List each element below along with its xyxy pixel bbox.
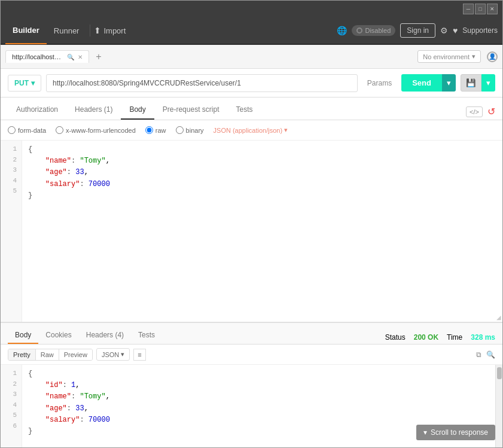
scroll-arrow-icon: ▾ — [423, 428, 427, 437]
sign-in-button[interactable]: Sign in — [400, 23, 435, 38]
disabled-badge: Disabled — [352, 25, 395, 36]
time-label: Time — [447, 333, 462, 342]
view-mode-group: Pretty Raw Preview — [8, 349, 93, 361]
send-group: Send ▾ — [401, 74, 456, 92]
params-button[interactable]: Params — [362, 75, 397, 91]
tab-tests[interactable]: Tests — [227, 100, 261, 120]
raw-label: raw — [156, 127, 166, 134]
line-num-5: 5 — [5, 186, 17, 197]
resp-line-num-1: 1 — [5, 368, 17, 379]
save-button[interactable]: 💾 — [461, 74, 481, 92]
editor-content[interactable]: 1 2 3 4 5 { "name": "Tomy", "age": 33, "… — [1, 141, 502, 322]
resp-line-num-6: 6 — [5, 421, 17, 432]
request-bar: PUT ▾ Params Send ▾ 💾 ▾ — [1, 69, 502, 97]
env-icon-button[interactable]: 👤 — [487, 51, 498, 62]
urlencoded-option[interactable]: x-www-form-urlencoded — [56, 126, 136, 134]
resp-icons: ⧉ 🔍 — [476, 351, 495, 359]
env-label: No environment — [423, 53, 470, 60]
refresh-icon[interactable]: ↺ — [487, 106, 495, 117]
env-selector[interactable]: No environment ▾ — [417, 50, 481, 63]
nav-icons: 🌐 Disabled Sign in ⚙ ♥ Supporters — [337, 23, 498, 38]
code-editor[interactable]: { "name": "Tomy", "age": 33, "salary": 7… — [22, 141, 502, 322]
supporters-label[interactable]: Supporters — [462, 26, 498, 35]
tab-runner[interactable]: Runner — [47, 17, 87, 44]
json-type-label: JSON (application/json) — [214, 127, 283, 134]
disabled-dot — [356, 28, 362, 33]
scrollbar-thumb[interactable] — [497, 367, 502, 379]
status-info: Status 200 OK Time 328 ms — [385, 333, 495, 342]
time-value: 328 ms — [471, 333, 495, 342]
settings-icon[interactable]: ⚙ — [440, 26, 448, 35]
method-label: PUT — [14, 79, 29, 87]
url-bar: http://localhost:808... 🔍 ✕ + No environ… — [1, 45, 502, 69]
resp-line-numbers: 1 2 3 4 5 6 — [1, 365, 22, 447]
resp-tab-cookies[interactable]: Cookies — [38, 327, 78, 344]
resp-line-num-2: 2 — [5, 379, 17, 390]
top-nav: Builder Runner ⬆ Import 🌐 Disabled Sign … — [1, 17, 502, 45]
url-tab-text: http://localhost:808... — [12, 53, 62, 60]
vertical-scrollbar[interactable] — [495, 365, 502, 447]
url-input[interactable] — [46, 74, 358, 92]
wrap-button[interactable]: ≡ — [133, 349, 145, 361]
tab-authorization[interactable]: Authorization — [8, 100, 66, 120]
status-value: 200 OK — [414, 333, 438, 342]
response-toolbar: Pretty Raw Preview JSON ▾ ≡ ⧉ 🔍 — [1, 345, 502, 365]
formdata-option[interactable]: form-data — [8, 126, 46, 134]
raw-option[interactable]: raw — [145, 126, 166, 134]
method-button[interactable]: PUT ▾ — [8, 75, 41, 92]
heart-icon[interactable]: ♥ — [453, 26, 458, 35]
scroll-to-response-button[interactable]: ▾ Scroll to response — [416, 425, 495, 440]
resp-tab-headers[interactable]: Headers (4) — [79, 327, 131, 344]
main-window: ─ □ ✕ Builder Runner ⬆ Import 🌐 Disabled… — [0, 0, 503, 448]
save-dropdown-button[interactable]: ▾ — [481, 74, 495, 92]
search-icon[interactable]: 🔍 — [486, 351, 495, 359]
json-format-label: JSON — [102, 351, 119, 358]
minimize-button[interactable]: ─ — [463, 4, 474, 14]
line-num-2: 2 — [5, 155, 17, 166]
resp-line-num-5: 5 — [5, 410, 17, 421]
line-numbers: 1 2 3 4 5 — [1, 141, 22, 322]
json-type-select[interactable]: JSON (application/json) ▾ — [214, 126, 288, 134]
line-num-3: 3 — [5, 165, 17, 176]
json-format-button[interactable]: JSON ▾ — [96, 348, 130, 361]
code-icon[interactable]: </> — [466, 106, 483, 117]
tab-body[interactable]: Body — [121, 100, 154, 120]
line-num-1: 1 — [5, 144, 17, 155]
tab-prerequest[interactable]: Pre-request script — [154, 100, 228, 120]
close-button[interactable]: ✕ — [487, 4, 498, 14]
method-dropdown-arrow: ▾ — [31, 79, 35, 87]
raw-button[interactable]: Raw — [36, 349, 59, 360]
json-dropdown-arrow: ▾ — [284, 126, 288, 134]
title-bar: ─ □ ✕ — [1, 1, 502, 17]
binary-option[interactable]: binary — [176, 126, 204, 134]
tab-close-icon[interactable]: ✕ — [78, 54, 83, 60]
send-dropdown-button[interactable]: ▾ — [442, 74, 456, 92]
maximize-button[interactable]: □ — [475, 4, 486, 14]
tab-headers[interactable]: Headers (1) — [66, 100, 121, 120]
binary-label: binary — [186, 127, 204, 134]
preview-button[interactable]: Preview — [59, 349, 92, 360]
body-options: form-data x-www-form-urlencoded raw bina… — [1, 120, 502, 141]
request-tabs: Authorization Headers (1) Body Pre-reque… — [1, 97, 502, 120]
tab-builder[interactable]: Builder — [5, 17, 47, 44]
pretty-button[interactable]: Pretty — [8, 349, 36, 360]
scroll-to-response-label: Scroll to response — [431, 428, 488, 437]
response-tabs: Body Cookies Headers (4) Tests Status 20… — [1, 323, 502, 345]
search-icon-small: 🔍 — [67, 54, 74, 60]
env-dropdown-arrow: ▾ — [472, 53, 475, 60]
resp-tab-body[interactable]: Body — [8, 327, 38, 344]
resp-tab-tests[interactable]: Tests — [131, 327, 162, 344]
add-tab-button[interactable]: + — [93, 51, 105, 63]
import-button[interactable]: ⬆ Import — [94, 26, 126, 35]
send-button[interactable]: Send — [401, 74, 442, 92]
urlencoded-label: x-www-form-urlencoded — [66, 127, 136, 134]
url-tab[interactable]: http://localhost:808... 🔍 ✕ — [5, 50, 89, 63]
resp-line-num-4: 4 — [5, 400, 17, 411]
resp-line-num-3: 3 — [5, 389, 17, 400]
resize-handle[interactable]: ◢ — [496, 314, 501, 321]
copy-icon[interactable]: ⧉ — [476, 351, 481, 359]
editor-area: 1 2 3 4 5 { "name": "Tomy", "age": 33, "… — [1, 141, 502, 322]
globe-icon[interactable]: 🌐 — [337, 26, 347, 35]
formdata-label: form-data — [18, 127, 46, 134]
line-num-4: 4 — [5, 176, 17, 187]
